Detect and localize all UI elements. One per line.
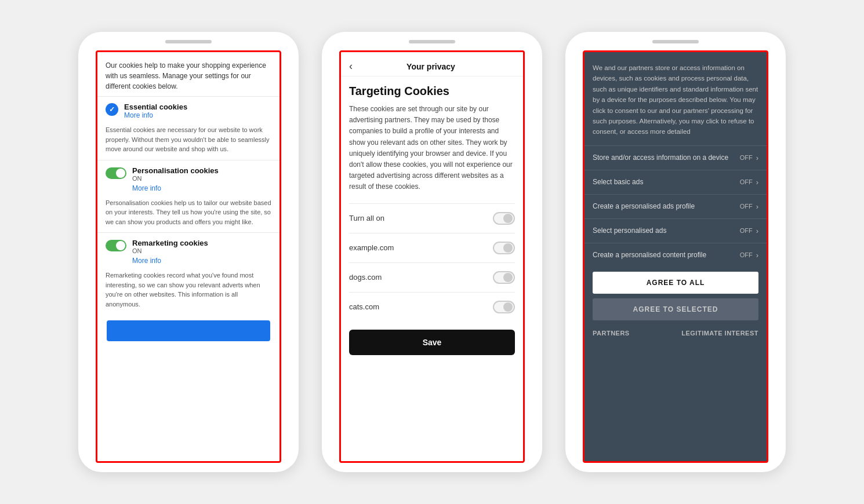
turn-all-on-label: Turn all on — [349, 214, 384, 222]
select-personalised-ads-chevron-icon: › — [756, 227, 758, 235]
create-personalised-content-status: OFF — [740, 251, 753, 258]
essential-header: Essential cookies More info — [106, 103, 271, 123]
phone3-intro-text: We and our partners store or access info… — [585, 52, 767, 145]
agree-to-selected-button[interactable]: AGREE TO SELECTED — [593, 298, 758, 320]
remarketing-title-block: Remarketing cookies ON More info — [132, 239, 208, 268]
create-personalised-content-chevron-icon: › — [756, 251, 758, 260]
select-basic-ads-status: OFF — [740, 178, 753, 185]
dogs-com-toggle[interactable] — [493, 271, 515, 284]
store-access-right: OFF › — [740, 154, 758, 162]
agree-to-all-button[interactable]: AGREE TO ALL — [593, 272, 758, 294]
select-basic-ads-right: OFF › — [740, 178, 758, 187]
select-personalised-ads-right: OFF › — [740, 227, 758, 235]
legitimate-interest-label[interactable]: LEGITIMATE INTEREST — [681, 330, 758, 337]
select-basic-ads-row[interactable]: Select basic ads OFF › — [585, 170, 767, 194]
select-personalised-ads-row[interactable]: Select personalised ads OFF › — [585, 218, 767, 243]
personalisation-on-label: ON — [132, 175, 219, 182]
partners-label[interactable]: PARTNERS — [593, 330, 630, 337]
example-com-row: example.com — [349, 233, 515, 262]
personalisation-title: Personalisation cookies — [132, 166, 219, 175]
example-com-label: example.com — [349, 243, 394, 252]
create-personalised-content-row[interactable]: Create a personalised content profile OF… — [585, 243, 767, 267]
phone-2-screen: ‹ Your privacy Targeting Cookies These c… — [339, 50, 525, 463]
phone1-intro-text: Our cookies help to make your shopping e… — [97, 52, 279, 96]
remarketing-more-info[interactable]: More info — [132, 257, 208, 265]
store-access-label: Store and/or access information on a dev… — [593, 154, 740, 162]
dogs-com-row: dogs.com — [349, 262, 515, 292]
remarketing-title: Remarketing cookies — [132, 239, 208, 247]
targeting-cookies-description: These cookies are set through our site b… — [349, 104, 515, 193]
personalisation-cookies-section: Personalisation cookies ON More info Per… — [97, 160, 279, 233]
cats-com-toggle[interactable] — [493, 301, 515, 313]
remarketing-header: Remarketing cookies ON More info — [106, 239, 271, 268]
create-personalised-content-right: OFF › — [740, 251, 758, 260]
phone2-header: ‹ Your privacy — [341, 52, 523, 76]
phone-3-screen: We and our partners store or access info… — [583, 50, 768, 463]
personalisation-more-info[interactable]: More info — [132, 184, 219, 192]
personalisation-header: Personalisation cookies ON More info — [106, 166, 271, 196]
create-personalised-profile-chevron-icon: › — [756, 202, 758, 211]
select-basic-ads-chevron-icon: › — [756, 178, 758, 187]
select-personalised-ads-status: OFF — [740, 227, 753, 234]
phone-notch-3 — [652, 40, 699, 43]
select-personalised-ads-label: Select personalised ads — [593, 227, 740, 235]
essential-description: Essential cookies are necessary for our … — [106, 125, 271, 154]
phone2-content: Targeting Cookies These cookies are set … — [341, 76, 523, 363]
targeting-cookies-title: Targeting Cookies — [349, 85, 515, 98]
create-personalised-profile-row[interactable]: Create a personalised ads profile OFF › — [585, 194, 767, 218]
essential-cookies-section: Essential cookies More info Essential co… — [97, 96, 279, 160]
phone-1-screen: Our cookies help to make your shopping e… — [96, 50, 281, 463]
personalisation-description: Personalisation cookies help us to tailo… — [106, 198, 271, 227]
essential-check-icon — [106, 103, 118, 116]
save-button[interactable]: Save — [349, 330, 515, 355]
phone2-header-title: Your privacy — [357, 62, 504, 71]
phone-notch-2 — [409, 40, 455, 43]
personalisation-toggle[interactable] — [106, 167, 126, 179]
dogs-com-label: dogs.com — [349, 273, 382, 282]
cats-com-row: cats.com — [349, 292, 515, 322]
example-com-toggle[interactable] — [493, 242, 515, 254]
phone-3: We and our partners store or access info… — [565, 32, 786, 472]
create-personalised-profile-status: OFF — [740, 203, 753, 210]
create-personalised-content-label: Create a personalised content profile — [593, 251, 740, 259]
phone-1: Our cookies help to make your shopping e… — [78, 32, 299, 472]
store-access-status: OFF — [740, 154, 753, 161]
phone-2: ‹ Your privacy Targeting Cookies These c… — [322, 32, 542, 472]
create-personalised-profile-label: Create a personalised ads profile — [593, 202, 740, 210]
remarketing-on-label: ON — [132, 247, 208, 254]
store-access-chevron-icon: › — [756, 154, 758, 162]
essential-title-block: Essential cookies More info — [124, 103, 187, 123]
cats-com-label: cats.com — [349, 302, 379, 311]
create-personalised-profile-right: OFF › — [740, 202, 758, 211]
phone1-bottom-button[interactable] — [107, 320, 271, 341]
back-button[interactable]: ‹ — [349, 60, 353, 72]
personalisation-title-block: Personalisation cookies ON More info — [132, 166, 219, 196]
turn-all-on-toggle[interactable] — [493, 212, 515, 225]
remarketing-cookies-section: Remarketing cookies ON More info Remarke… — [97, 232, 279, 315]
select-basic-ads-label: Select basic ads — [593, 178, 740, 186]
essential-more-info[interactable]: More info — [124, 111, 187, 119]
remarketing-description: Remarketing cookies record what you've f… — [106, 271, 271, 309]
phone-notch-1 — [165, 40, 212, 43]
remarketing-toggle[interactable] — [106, 240, 126, 251]
store-access-row[interactable]: Store and/or access information on a dev… — [585, 145, 767, 170]
essential-title: Essential cookies — [124, 103, 187, 111]
turn-all-on-row: Turn all on — [349, 203, 515, 233]
phone3-footer: PARTNERS LEGITIMATE INTEREST — [585, 325, 767, 344]
